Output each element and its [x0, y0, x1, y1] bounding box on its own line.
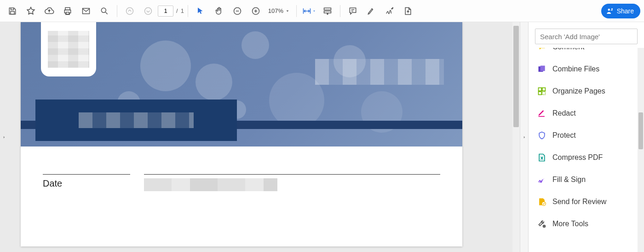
tool-label: Comment — [552, 48, 584, 51]
svg-point-12 — [611, 8, 613, 10]
save-button[interactable] — [4, 3, 21, 19]
selection-tool-button[interactable] — [192, 3, 209, 19]
date-field: Date — [43, 174, 130, 189]
svg-rect-16 — [542, 88, 546, 91]
stamp-button[interactable] — [399, 3, 417, 19]
find-button[interactable] — [96, 3, 113, 19]
svg-rect-0 — [11, 11, 14, 14]
tool-protect[interactable]: Protect — [529, 124, 644, 147]
fit-width-button[interactable] — [300, 3, 318, 19]
review-icon — [537, 197, 547, 207]
tools-scrollbar[interactable] — [638, 48, 644, 252]
share-button[interactable]: Share — [601, 4, 640, 18]
page-wrapper: Date — [21, 22, 481, 252]
toolbar-separator — [296, 5, 297, 17]
tool-combine-files[interactable]: Combine Files — [529, 58, 644, 80]
svg-rect-17 — [539, 92, 542, 95]
page-total: 1 — [181, 7, 184, 14]
tool-label: Redact — [552, 109, 576, 117]
page-down-button — [139, 3, 157, 19]
form-area: Date — [21, 147, 462, 246]
tool-label: Fill & Sign — [552, 176, 586, 184]
svg-rect-14 — [540, 66, 545, 71]
tool-send-for-review[interactable]: Send for Review — [529, 191, 644, 213]
svg-rect-9 — [324, 8, 331, 10]
tool-label: Compress PDF — [552, 153, 603, 162]
organize-icon — [537, 86, 547, 96]
page-header-graphic — [21, 22, 462, 147]
right-panel-collapse-button[interactable] — [520, 22, 528, 252]
svg-point-6 — [145, 7, 152, 14]
main-toolbar: / 1 107% Share — [0, 0, 644, 22]
sticky-note-button[interactable] — [344, 3, 362, 19]
compress-icon — [537, 152, 547, 163]
svg-rect-18 — [542, 92, 546, 95]
header-logo-placeholder — [41, 22, 96, 76]
redact-icon — [537, 108, 547, 118]
second-field — [144, 174, 440, 191]
print-button[interactable] — [59, 3, 76, 19]
page-up-button — [121, 3, 138, 19]
tools-scrollbar-thumb[interactable] — [638, 112, 643, 149]
combine-icon — [537, 64, 547, 74]
tool-more-tools[interactable]: More Tools — [529, 213, 644, 235]
toolbar-separator — [340, 5, 340, 17]
svg-rect-15 — [539, 88, 542, 91]
fillsign-icon — [537, 175, 547, 185]
second-field-placeholder — [144, 178, 277, 191]
tool-label: Send for Review — [552, 198, 606, 206]
page-indicator: / 1 — [158, 6, 184, 17]
zoom-in-button[interactable] — [247, 3, 264, 19]
tools-panel: Comment Combine Files Organize Pages Red… — [528, 22, 644, 252]
svg-point-11 — [608, 8, 610, 11]
tools-search-input[interactable] — [535, 29, 638, 44]
svg-rect-19 — [539, 116, 545, 117]
svg-point-5 — [126, 7, 133, 14]
zoom-level-value: 107% — [268, 7, 283, 14]
protect-icon — [537, 130, 547, 141]
tool-label: Organize Pages — [552, 87, 605, 95]
sign-button[interactable] — [381, 3, 398, 19]
chevron-right-icon — [2, 135, 6, 140]
tool-comment[interactable]: Comment — [529, 48, 644, 58]
left-panel-expand-button[interactable] — [0, 135, 8, 140]
workspace: Date Comm — [0, 22, 644, 252]
document-scrollbar-thumb[interactable] — [513, 26, 519, 127]
more-tools-icon — [537, 219, 547, 229]
header-text-placeholder — [315, 59, 444, 85]
mail-button[interactable] — [77, 3, 95, 19]
tool-fill-sign[interactable]: Fill & Sign — [529, 169, 644, 191]
tool-label: Combine Files — [552, 65, 599, 73]
tools-list: Comment Combine Files Organize Pages Red… — [529, 48, 644, 252]
chevron-right-icon — [522, 135, 527, 140]
tool-redact[interactable]: Redact — [529, 102, 644, 124]
highlight-button[interactable] — [362, 3, 380, 19]
document-area: Date — [0, 22, 520, 252]
share-icon — [606, 7, 614, 15]
svg-rect-10 — [324, 11, 331, 13]
share-label: Share — [617, 7, 634, 15]
chevron-down-icon — [285, 9, 290, 13]
header-title-box — [35, 100, 237, 141]
page-separator: / — [176, 7, 178, 14]
page-current-input[interactable] — [158, 6, 173, 17]
tool-label: More Tools — [552, 220, 588, 228]
cloud-upload-button[interactable] — [40, 3, 58, 19]
tool-compress-pdf[interactable]: Compress PDF — [529, 147, 644, 169]
star-button[interactable] — [22, 3, 40, 19]
tool-organize-pages[interactable]: Organize Pages — [529, 80, 644, 102]
hand-tool-button[interactable] — [210, 3, 228, 19]
comment-icon — [537, 48, 547, 52]
zoom-level-dropdown[interactable]: 107% — [265, 7, 293, 14]
reflow-button[interactable] — [319, 3, 336, 19]
toolbar-separator — [188, 5, 188, 17]
tool-label: Protect — [552, 131, 576, 140]
document-scrollbar[interactable] — [512, 22, 520, 252]
date-field-label: Date — [43, 178, 130, 189]
svg-rect-2 — [66, 12, 69, 14]
zoom-out-button[interactable] — [229, 3, 246, 19]
svg-point-4 — [101, 8, 106, 12]
toolbar-separator — [117, 5, 117, 17]
document-page[interactable]: Date — [21, 22, 462, 246]
tools-search — [535, 29, 638, 44]
